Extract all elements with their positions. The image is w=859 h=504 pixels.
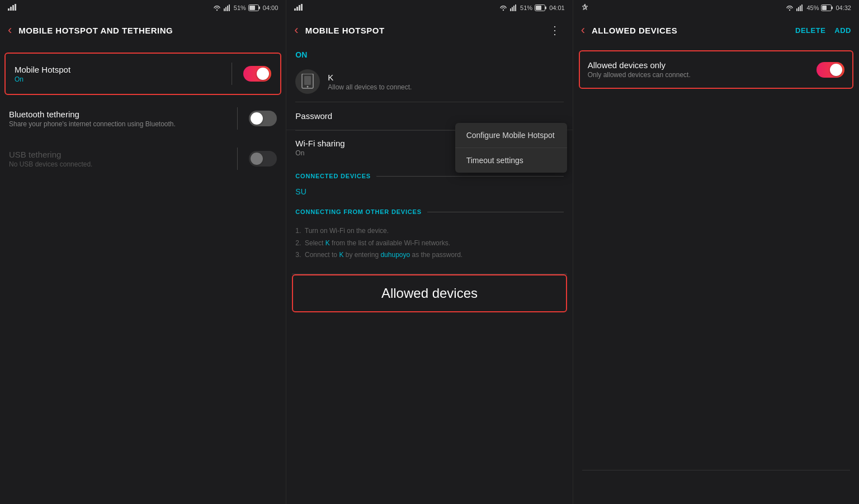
allowed-only-info: Allowed devices only Only allowed device… (588, 60, 810, 79)
battery-2: 51% (520, 4, 532, 11)
instruction-k1: K (325, 239, 330, 247)
svg-rect-8 (229, 4, 230, 11)
mobile-hotspot-subtitle: On (15, 75, 220, 83)
mobile-hotspot-toggle[interactable] (243, 66, 271, 82)
delete-button[interactable]: DELETE (795, 26, 825, 35)
back-button-3[interactable]: ‹ (581, 23, 585, 37)
allowed-only-toggle-knob (830, 64, 842, 76)
device-desc: Allow all devices to connect. (328, 83, 563, 91)
mobile-hotspot-title: Mobile Hotspot (15, 65, 220, 74)
dropdown-menu: Configure Mobile Hotspot Timeout setting… (455, 123, 567, 173)
svg-rect-30 (800, 6, 801, 11)
password-label: Password (295, 111, 332, 121)
back-button-1[interactable]: ‹ (8, 23, 12, 37)
bluetooth-tethering-row[interactable]: Bluetooth tethering Share your phone's i… (0, 98, 286, 139)
more-options-button[interactable]: ⋮ (545, 21, 565, 39)
svg-point-26 (307, 86, 309, 88)
svg-point-27 (789, 9, 790, 11)
svg-rect-7 (227, 6, 228, 11)
bluetooth-tethering-title: Bluetooth tethering (9, 110, 226, 119)
usb-tethering-subtitle: No USB devices connected. (9, 160, 226, 168)
svg-rect-17 (510, 8, 511, 11)
dropdown-configure[interactable]: Configure Mobile Hotspot (455, 123, 567, 148)
device-row[interactable]: K Allow all devices to connect. (286, 61, 572, 102)
svg-rect-22 (545, 7, 546, 9)
status-bar-3: 45% 04:32 (573, 0, 859, 16)
connected-devices-label: CONNECTED DEVICES (295, 173, 371, 179)
usb-tethering-title: USB tethering (9, 150, 226, 159)
status-bar-1: 51% 04:00 (0, 0, 286, 16)
allowed-only-toggle[interactable] (816, 62, 844, 78)
divider-2 (237, 107, 238, 130)
content-3: Allowed devices only Only allowed device… (573, 45, 859, 504)
bluetooth-tethering-info: Bluetooth tethering Share your phone's i… (9, 110, 226, 128)
instructions: 1. Turn on Wi-Fi on the device. 2. Selec… (286, 218, 572, 268)
top-bar-1: ‹ MOBILE HOTSPOT AND TETHERING (0, 16, 286, 45)
divider-3 (237, 148, 238, 170)
svg-rect-19 (513, 6, 515, 11)
svg-rect-31 (801, 4, 803, 11)
status-right-1: 51% 04:00 (213, 4, 279, 11)
bluetooth-toggle-knob (251, 112, 263, 125)
svg-rect-11 (249, 6, 255, 10)
battery-3: 45% (806, 4, 819, 11)
bluetooth-toggle[interactable] (249, 111, 277, 126)
svg-point-4 (216, 9, 218, 11)
top-bar-actions-3: DELETE ADD (795, 26, 851, 35)
allowed-only-title: Allowed devices only (588, 60, 810, 70)
content-1: Mobile Hotspot On Bluetooth tethering Sh… (0, 45, 286, 504)
bluetooth-tethering-subtitle: Share your phone's internet connection u… (9, 120, 226, 128)
dropdown-timeout[interactable]: Timeout settings (455, 148, 567, 173)
status-right-3: 45% 04:32 (785, 4, 851, 11)
mobile-hotspot-row[interactable]: Mobile Hotspot On (6, 54, 280, 94)
page-title-1: MOBILE HOTSPOT AND TETHERING (18, 26, 173, 35)
connecting-label: CONNECTING FROM OTHER DEVICES (295, 208, 422, 215)
add-button[interactable]: ADD (834, 26, 851, 35)
top-bar-actions-2: ⋮ (545, 21, 565, 39)
instruction-1: 1. Turn on Wi-Fi on the device. (295, 225, 563, 237)
status-right-2: 51% 04:01 (499, 4, 565, 11)
status-left-3 (581, 3, 589, 12)
connecting-line (427, 212, 564, 212)
svg-rect-28 (796, 8, 797, 11)
status-bar-2: 51% 04:01 (286, 0, 572, 16)
top-bar-2: ‹ MOBILE HOTSPOT ⋮ (286, 16, 572, 45)
divider-1 (232, 63, 232, 85)
panel-allowed-devices: 45% 04:32 ‹ ALLOWED DEVICES DELETE ADD A… (573, 0, 859, 504)
battery-1: 51% (234, 4, 246, 11)
svg-rect-1 (10, 7, 12, 11)
page-title-2: MOBILE HOTSPOT (305, 26, 385, 35)
allowed-only-subtitle: Only allowed devices can connect. (588, 71, 810, 79)
usb-tethering-row: USB tethering No USB devices connected. (0, 139, 286, 179)
svg-rect-33 (832, 7, 833, 9)
svg-rect-15 (301, 4, 303, 11)
hotspot-on-label: ON (286, 45, 572, 61)
instruction-3: 3. Connect to K by entering duhupoyo as … (295, 249, 563, 261)
panel3-bottom-line (582, 470, 850, 470)
svg-rect-10 (259, 7, 260, 9)
instruction-password: duhupoyo (380, 251, 410, 259)
time-2: 04:01 (549, 4, 565, 11)
svg-rect-0 (8, 8, 10, 11)
top-bar-3: ‹ ALLOWED DEVICES DELETE ADD (573, 16, 859, 45)
svg-point-16 (503, 9, 504, 11)
svg-rect-18 (512, 7, 513, 12)
svg-rect-12 (294, 8, 296, 11)
status-left-1 (8, 4, 18, 12)
panel-mobile-hotspot-tethering: 51% 04:00 ‹ MOBILE HOTSPOT AND TETHERING… (0, 0, 286, 504)
mobile-hotspot-toggle-knob (257, 68, 269, 80)
allowed-only-row[interactable]: Allowed devices only Only allowed device… (579, 50, 853, 89)
content-2: ON K Allow all devices to connect. Passw… (286, 45, 572, 504)
svg-rect-23 (536, 6, 541, 10)
device-info: K Allow all devices to connect. (328, 73, 563, 91)
allowed-devices-popup: Allowed devices (292, 274, 567, 312)
svg-rect-6 (225, 7, 226, 12)
svg-rect-14 (299, 5, 300, 11)
panel-mobile-hotspot: 51% 04:01 ‹ MOBILE HOTSPOT ⋮ ON K Allow … (286, 0, 573, 504)
svg-rect-3 (15, 4, 16, 11)
device-icon (295, 69, 320, 94)
connecting-section: CONNECTING FROM OTHER DEVICES (286, 201, 572, 218)
svg-rect-29 (798, 7, 799, 12)
back-button-2[interactable]: ‹ (294, 23, 298, 37)
mobile-hotspot-info: Mobile Hotspot On (15, 65, 220, 83)
